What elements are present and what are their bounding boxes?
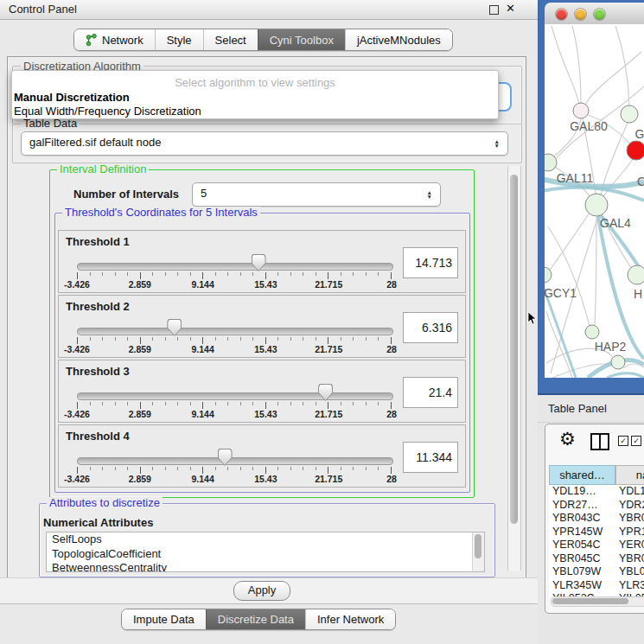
table-row[interactable]: YBL079WYBL07 [549, 565, 644, 579]
network-edge [572, 26, 581, 103]
scrollbar-thumb[interactable] [510, 175, 518, 524]
table-row[interactable]: YDL19…YDL19 [549, 485, 644, 499]
network-node[interactable] [627, 141, 644, 160]
table-data-combobox[interactable]: galFiltered.sif default node ▲▼ [21, 131, 508, 156]
tick-label: 2.859 [129, 344, 151, 354]
network-node[interactable] [573, 103, 589, 118]
checkbox-icon[interactable]: ✓ [631, 436, 641, 446]
float-window-icon[interactable] [489, 5, 499, 15]
network-node[interactable] [621, 105, 638, 123]
tick-label: 28 [386, 409, 397, 419]
table-data-value: galFiltered.sif default node [29, 136, 161, 149]
node-table[interactable]: shared…nameYDL19…YDL19YDR27…YDR27YBR043C… [549, 465, 644, 596]
dropdown-option-manual[interactable]: Manual Discretization [14, 91, 130, 104]
network-edge [546, 213, 590, 275]
tab-select[interactable]: Select [203, 29, 258, 50]
thresholds-group-title: Threshold's Coordinates for 5 Intervals [62, 207, 260, 218]
tab-discretize-data[interactable]: Discretize Data [206, 609, 305, 629]
table-cell: YER054C [549, 539, 615, 552]
algorithm-dropdown: Select algorithm to view settings Manual… [11, 70, 499, 119]
dropdown-placeholder: Select algorithm to view settings [12, 76, 498, 89]
table-cell: YDL19 [615, 485, 644, 499]
tab-style[interactable]: Style [155, 29, 203, 50]
scrollbar-thumb[interactable] [552, 598, 628, 604]
threshold-value-field[interactable]: 14.713 [403, 247, 458, 278]
tick-label: 2.859 [129, 474, 151, 484]
tick-label: 9.144 [191, 344, 214, 354]
attributes-list-scrollbar[interactable] [472, 532, 484, 571]
tick-label: 9.144 [191, 474, 214, 484]
tab-label: Network [102, 34, 143, 47]
settings-vertical-scrollbar[interactable] [507, 166, 521, 571]
mac-zoom-button[interactable] [594, 9, 605, 20]
table-cell: YLR34 [615, 579, 644, 593]
tick-label: -3.426 [64, 279, 90, 290]
mac-minimize-button[interactable] [575, 9, 586, 20]
column-header-name[interactable]: name [615, 465, 644, 485]
tab-label: Select [215, 34, 246, 47]
slider-tick-labels: -3.4262.8599.14415.4321.71528 [77, 344, 392, 354]
network-edge-highlighted [607, 373, 644, 378]
table-row[interactable]: YBR045CYBR04 [549, 552, 644, 566]
dropdown-option-equal-width[interactable]: Equal Width/Frequency Discretization [14, 105, 201, 118]
table-row[interactable]: YER054CYER05 [549, 539, 644, 552]
network-edge [546, 311, 572, 378]
scrollbar-thumb[interactable] [475, 534, 481, 558]
slider-ticks [77, 272, 392, 279]
threshold-value-field[interactable]: 11.344 [403, 442, 458, 473]
table-panel-titlebar: Table Panel [538, 395, 644, 423]
table-row[interactable]: YBR043CYBR04 [549, 512, 644, 526]
tick-label: 21.715 [315, 474, 342, 484]
table-row[interactable]: YDR27…YDR27 [549, 499, 644, 513]
tab-impute-data[interactable]: Impute Data [122, 609, 206, 629]
column-header-shared-[interactable]: shared… [549, 465, 615, 485]
attribute-item[interactable]: SelfLoops [47, 532, 484, 547]
tab-network[interactable]: Network [74, 29, 155, 50]
table-cell: YPR145W [549, 526, 615, 539]
slider-track[interactable] [77, 328, 393, 335]
network-node-label: HAP2 [595, 340, 627, 354]
network-node[interactable] [628, 265, 644, 284]
network-node[interactable] [611, 355, 625, 369]
threshold-label: Threshold 4 [66, 430, 130, 443]
tick-label: 2.859 [129, 279, 151, 290]
network-canvas[interactable]: GAL80G.GAL11CGAL4GCY1HHAP2 [545, 24, 644, 378]
threshold-panel-2: Threshold 2-3.4262.8599.14415.4321.71528… [58, 295, 466, 358]
numerical-attributes-list[interactable]: SelfLoopsTopologicalCoefficientBetweenne… [46, 532, 485, 572]
tick-label: 21.715 [315, 344, 342, 354]
table-cell: YER05 [615, 539, 644, 552]
tab-infer-network[interactable]: Infer Network [305, 609, 395, 629]
gear-icon[interactable]: ⚙ [559, 430, 576, 448]
tab-cyni-toolbox[interactable]: Cyni Toolbox [258, 29, 345, 50]
network-node-label: GAL11 [557, 171, 594, 185]
slider-track[interactable] [77, 457, 393, 465]
threshold-label: Threshold 2 [66, 300, 130, 313]
tab-jactivemnodules[interactable]: jActiveMNodules [345, 29, 452, 50]
network-node[interactable] [585, 194, 608, 216]
threshold-value-field[interactable]: 21.4 [403, 377, 458, 408]
split-columns-icon[interactable] [590, 433, 609, 450]
apply-button[interactable]: Apply [233, 581, 290, 601]
network-node[interactable] [585, 325, 599, 339]
network-edge [595, 218, 596, 325]
table-row[interactable]: YPR145WYPR14 [549, 526, 644, 539]
close-icon[interactable]: ✕ [506, 2, 515, 15]
tick-label: 15.43 [254, 279, 277, 290]
slider-track[interactable] [77, 263, 393, 271]
table-row[interactable]: YLR345WYLR34 [549, 579, 644, 593]
tick-label: -3.426 [64, 344, 90, 354]
attribute-item[interactable]: TopologicalCoefficient [47, 547, 484, 562]
slider-track[interactable] [77, 392, 393, 400]
number-of-intervals-combobox[interactable]: 5 ▲▼ [192, 182, 441, 207]
tick-label: 28 [386, 474, 397, 484]
tick-label: -3.426 [64, 474, 90, 484]
tick-label: 15.43 [254, 344, 277, 354]
network-node-label: GAL80 [570, 119, 608, 133]
attribute-item[interactable]: BetweennessCentrality [47, 561, 484, 572]
mac-close-button[interactable] [556, 9, 567, 20]
table-horizontal-scrollbar[interactable] [551, 596, 644, 607]
checkbox-icon[interactable]: ✓ [618, 436, 628, 446]
right-panel: GAL80G.GAL11CGAL4GCY1HHAP2 Table Panel ⚙… [538, 0, 644, 644]
threshold-value-field[interactable]: 6.316 [403, 312, 458, 343]
number-of-intervals-value: 5 [201, 187, 207, 200]
